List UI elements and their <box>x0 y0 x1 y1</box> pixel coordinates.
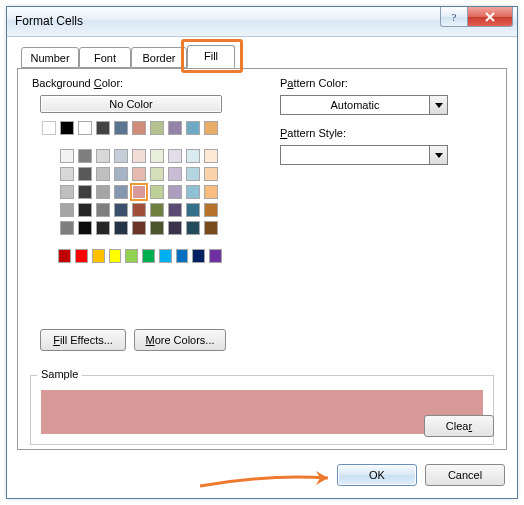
color-swatch[interactable] <box>142 249 155 263</box>
color-swatch[interactable] <box>204 149 218 163</box>
clear-button[interactable]: Clear <box>424 415 494 437</box>
color-swatch[interactable] <box>96 185 110 199</box>
color-swatch[interactable] <box>168 167 182 181</box>
color-swatch[interactable] <box>60 149 74 163</box>
color-swatch[interactable] <box>109 249 122 263</box>
color-swatch[interactable] <box>96 121 110 135</box>
color-swatch[interactable] <box>204 167 218 181</box>
color-swatch[interactable] <box>78 167 92 181</box>
color-swatch[interactable] <box>75 249 88 263</box>
color-swatch[interactable] <box>96 149 110 163</box>
color-swatch[interactable] <box>186 221 200 235</box>
color-swatch[interactable] <box>114 185 128 199</box>
color-swatch[interactable] <box>132 167 146 181</box>
color-swatch[interactable] <box>60 185 74 199</box>
tab-font[interactable]: Font <box>79 47 131 68</box>
color-swatch[interactable] <box>186 149 200 163</box>
color-swatch[interactable] <box>114 221 128 235</box>
color-swatch[interactable] <box>78 121 92 135</box>
pattern-style-combo[interactable] <box>280 145 448 165</box>
color-swatch[interactable] <box>204 203 218 217</box>
color-swatch[interactable] <box>150 185 164 199</box>
color-swatch[interactable] <box>125 249 138 263</box>
color-swatch[interactable] <box>132 149 146 163</box>
color-swatch[interactable] <box>60 167 74 181</box>
color-swatch[interactable] <box>78 185 92 199</box>
titlebar[interactable]: Format Cells ? <box>7 7 517 37</box>
color-swatch[interactable] <box>186 167 200 181</box>
svg-text:?: ? <box>452 11 457 23</box>
color-swatch[interactable] <box>132 203 146 217</box>
color-swatch[interactable] <box>114 149 128 163</box>
chevron-down-icon[interactable] <box>429 96 447 114</box>
color-swatch[interactable] <box>114 167 128 181</box>
color-swatch[interactable] <box>78 221 92 235</box>
tab-number[interactable]: Number <box>21 47 79 68</box>
color-swatch[interactable] <box>192 249 205 263</box>
color-swatch[interactable] <box>186 203 200 217</box>
no-color-button[interactable]: No Color <box>40 95 222 113</box>
help-button[interactable]: ? <box>440 7 468 27</box>
color-swatch[interactable] <box>168 121 182 135</box>
color-swatch[interactable] <box>150 203 164 217</box>
ok-button[interactable]: OK <box>337 464 417 486</box>
sample-swatch <box>41 390 483 434</box>
color-swatch[interactable] <box>78 203 92 217</box>
dialog-body: Number Font Border Fill Background Color… <box>7 37 517 498</box>
color-swatch[interactable] <box>168 149 182 163</box>
pattern-color-value: Automatic <box>281 96 429 114</box>
color-swatch[interactable] <box>132 121 146 135</box>
tabstrip: Number Font Border Fill <box>17 45 507 69</box>
color-swatch[interactable] <box>168 203 182 217</box>
window-title: Format Cells <box>15 14 83 28</box>
color-swatch[interactable] <box>186 121 200 135</box>
color-swatch[interactable] <box>204 221 218 235</box>
color-swatch[interactable] <box>92 249 105 263</box>
tab-border[interactable]: Border <box>131 47 187 68</box>
cancel-button[interactable]: Cancel <box>425 464 505 486</box>
color-swatch[interactable] <box>204 121 218 135</box>
color-swatch[interactable] <box>150 221 164 235</box>
color-swatch[interactable] <box>150 149 164 163</box>
color-swatch[interactable] <box>150 121 164 135</box>
chevron-down-icon[interactable] <box>429 146 447 164</box>
color-swatch-selected[interactable] <box>132 185 146 199</box>
pattern-color-combo[interactable]: Automatic <box>280 95 448 115</box>
tab-fill[interactable]: Fill <box>187 45 235 68</box>
color-swatch[interactable] <box>176 249 189 263</box>
format-cells-window: Format Cells ? Number Font Border Fill <box>6 6 518 499</box>
fill-panel: Background Color: No Color Fill Effects.… <box>17 69 507 450</box>
fill-effects-button[interactable]: Fill Effects... <box>40 329 126 351</box>
color-swatch[interactable] <box>159 249 172 263</box>
sample-legend: Sample <box>37 368 82 380</box>
color-swatch[interactable] <box>96 221 110 235</box>
color-swatch[interactable] <box>114 203 128 217</box>
color-swatch[interactable] <box>168 185 182 199</box>
color-swatch[interactable] <box>96 167 110 181</box>
color-grid <box>40 119 224 265</box>
background-color-label: Background Color: <box>32 77 123 89</box>
color-swatch[interactable] <box>60 121 74 135</box>
no-color-swatch[interactable] <box>42 121 56 135</box>
color-swatch[interactable] <box>132 221 146 235</box>
pattern-color-label: Pattern Color: <box>280 77 348 89</box>
color-swatch[interactable] <box>96 203 110 217</box>
color-swatch[interactable] <box>114 121 128 135</box>
more-colors-button[interactable]: More Colors... <box>134 329 226 351</box>
color-swatch[interactable] <box>204 185 218 199</box>
color-swatch[interactable] <box>150 167 164 181</box>
color-swatch[interactable] <box>60 221 74 235</box>
color-swatch[interactable] <box>78 149 92 163</box>
pattern-style-value <box>281 146 429 164</box>
color-swatch[interactable] <box>168 221 182 235</box>
color-swatch[interactable] <box>58 249 71 263</box>
color-swatch[interactable] <box>60 203 74 217</box>
color-swatch[interactable] <box>209 249 222 263</box>
color-swatch[interactable] <box>186 185 200 199</box>
close-button[interactable] <box>467 7 513 27</box>
pattern-style-label: Pattern Style: <box>280 127 346 139</box>
